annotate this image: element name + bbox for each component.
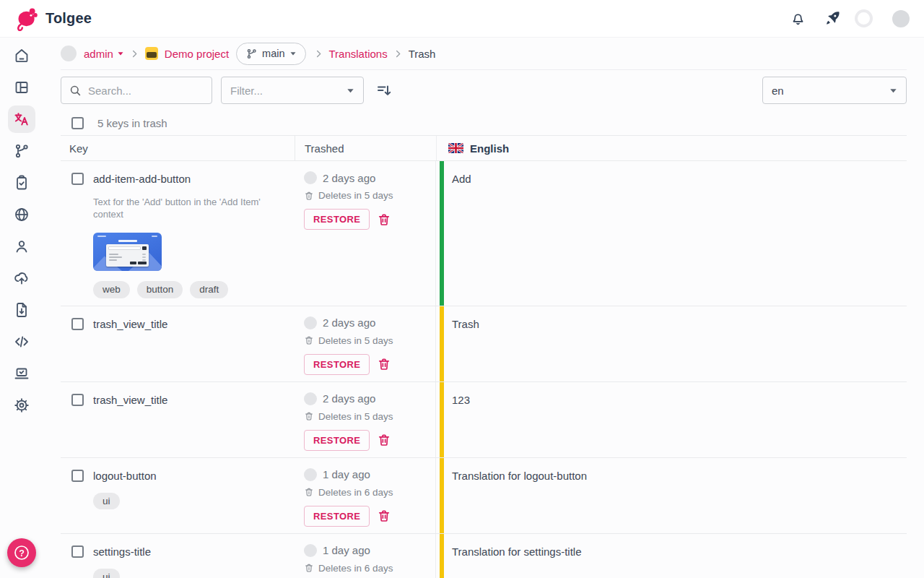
- branch-icon: [13, 142, 30, 160]
- sidebar-item-settings[interactable]: [8, 392, 35, 419]
- bell-icon: [790, 10, 806, 27]
- sidebar-item-integrate[interactable]: [8, 328, 35, 355]
- home-icon: [13, 47, 30, 64]
- trash-icon: [377, 212, 391, 227]
- trash-icon: [304, 191, 314, 201]
- section-name: Translations: [329, 48, 388, 60]
- tag-pill: button: [137, 281, 183, 298]
- toolbar: Filter... en: [61, 77, 907, 104]
- search-box: [61, 77, 212, 104]
- delete-permanently-button[interactable]: [377, 212, 391, 227]
- translation-cell: Translation for logout-button: [436, 458, 907, 533]
- globe-icon: [13, 206, 30, 223]
- code-icon: [13, 333, 30, 350]
- breadcrumb-account[interactable]: admin: [84, 48, 124, 60]
- tag-list: ui: [93, 493, 157, 510]
- sidebar-item-branches[interactable]: [8, 137, 35, 165]
- key-name: trash_view_title: [93, 393, 167, 407]
- row-checkbox[interactable]: [71, 318, 84, 330]
- whats-new-button[interactable]: [824, 9, 842, 27]
- caret-down-icon: [346, 87, 354, 95]
- sidebar-item-members[interactable]: [8, 233, 35, 260]
- help-icon: ?: [12, 543, 31, 562]
- row-checkbox[interactable]: [71, 545, 84, 558]
- deleter-avatar: [304, 171, 317, 184]
- deleter-avatar: [304, 544, 317, 557]
- trash-icon: [304, 335, 314, 345]
- clipboard-check-icon: [13, 174, 30, 191]
- translation-cell: Trash: [436, 306, 907, 381]
- file-download-icon: [13, 301, 30, 319]
- translation-cell: 123: [436, 382, 907, 457]
- deletes-in-label: Deletes in 5 days: [318, 411, 393, 422]
- table-row: trash_view_title 2 days ago Del: [61, 306, 907, 382]
- restore-button[interactable]: RESTORE: [304, 506, 370, 527]
- row-checkbox[interactable]: [71, 173, 84, 185]
- breadcrumb: admin Demo project main: [61, 38, 907, 70]
- column-header-key: Key: [61, 136, 295, 160]
- filter-select[interactable]: Filter...: [221, 77, 364, 104]
- sidebar-item-tasks[interactable]: [8, 169, 35, 197]
- brand-name: Tolgee: [45, 10, 92, 27]
- key-cell: trash_view_title: [61, 382, 295, 457]
- row-checkbox[interactable]: [71, 470, 84, 482]
- help-button[interactable]: ?: [7, 538, 36, 567]
- trash-icon: [304, 487, 314, 497]
- key-cell: settings-title ui: [61, 534, 295, 578]
- tag-list: webbuttondraft: [93, 281, 282, 298]
- language-select[interactable]: en: [762, 77, 907, 104]
- tag-list: ui: [93, 569, 151, 578]
- account-name: admin: [84, 48, 113, 60]
- column-header-trashed: Trashed: [295, 136, 436, 160]
- account-avatar: [61, 46, 77, 61]
- laptop-check-icon: [13, 365, 30, 382]
- restore-button[interactable]: RESTORE: [304, 430, 370, 451]
- delete-permanently-button[interactable]: [377, 433, 391, 447]
- sidebar-item-export[interactable]: [8, 296, 35, 324]
- sidebar-item-developer[interactable]: [8, 360, 35, 387]
- delete-permanently-button[interactable]: [377, 509, 391, 523]
- translation-cell: Add: [436, 161, 907, 306]
- deleter-avatar: [304, 316, 317, 329]
- sidebar-item-translations[interactable]: [8, 105, 35, 133]
- tag-pill: web: [93, 281, 130, 298]
- trash-table: Key Trashed English add-ite: [61, 135, 907, 578]
- selected-language: en: [772, 85, 784, 97]
- screenshot-thumbnail[interactable]: [93, 233, 162, 271]
- user-avatar[interactable]: [892, 10, 910, 27]
- user-icon: [13, 238, 30, 255]
- select-all-checkbox[interactable]: [71, 117, 84, 129]
- selection-row: 5 keys in trash: [61, 117, 907, 129]
- deleter-avatar: [304, 392, 317, 405]
- sidebar-item-import[interactable]: [8, 264, 35, 292]
- sidebar-item-projects[interactable]: [8, 74, 35, 101]
- sidebar: [0, 38, 43, 578]
- svg-text:?: ?: [19, 548, 25, 558]
- project-name: Demo project: [165, 48, 229, 60]
- uk-flag-icon: [448, 143, 463, 153]
- delete-permanently-button[interactable]: [377, 357, 391, 371]
- trashed-ago: 2 days ago: [323, 316, 375, 329]
- sidebar-item-languages[interactable]: [8, 201, 35, 228]
- table-row: logout-button ui 1 day ago Delet: [61, 458, 907, 534]
- breadcrumb-translations[interactable]: Translations: [329, 48, 388, 60]
- sidebar-item-home[interactable]: [8, 42, 35, 69]
- trashed-ago: 1 day ago: [323, 544, 370, 556]
- cloud-upload-icon: [13, 269, 30, 287]
- brand[interactable]: Tolgee: [14, 7, 92, 31]
- breadcrumb-project[interactable]: Demo project: [165, 48, 229, 60]
- translation-text: Add: [444, 161, 471, 306]
- row-checkbox[interactable]: [71, 394, 84, 406]
- search-input[interactable]: [88, 85, 204, 97]
- breadcrumb-current-page: Trash: [409, 48, 436, 60]
- translation-text: Translation for settings-title: [444, 534, 582, 578]
- restore-button[interactable]: RESTORE: [304, 354, 370, 375]
- caret-down-icon: [889, 87, 897, 95]
- sort-button[interactable]: [375, 82, 393, 99]
- table-header: Key Trashed English: [61, 135, 907, 161]
- branch-selector[interactable]: main: [236, 43, 305, 65]
- restore-button[interactable]: RESTORE: [304, 209, 370, 230]
- selection-count-label: 5 keys in trash: [97, 117, 167, 129]
- notifications-button[interactable]: [790, 10, 806, 27]
- trashed-ago: 2 days ago: [323, 392, 375, 405]
